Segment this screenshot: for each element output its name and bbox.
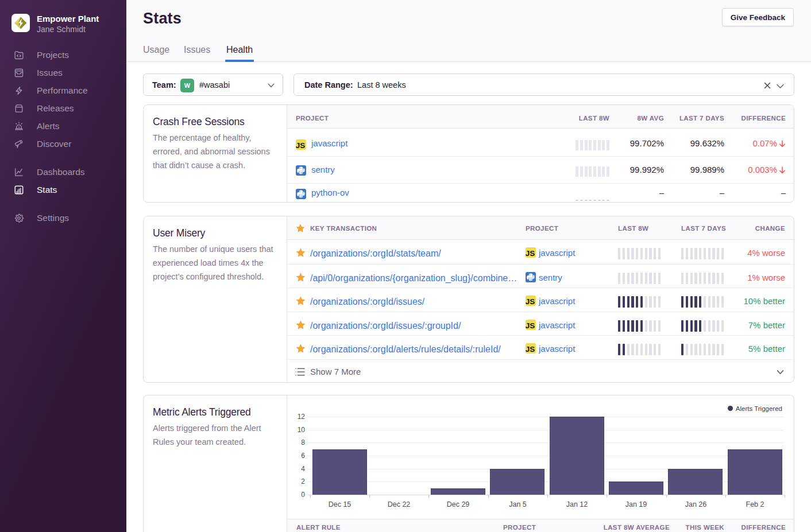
svg-text:JS: JS [526, 249, 535, 258]
svg-text:JS: JS [526, 321, 535, 330]
svg-text:JS: JS [526, 345, 535, 354]
svg-text:JS: JS [296, 141, 305, 150]
svg-text:JS: JS [526, 297, 535, 306]
